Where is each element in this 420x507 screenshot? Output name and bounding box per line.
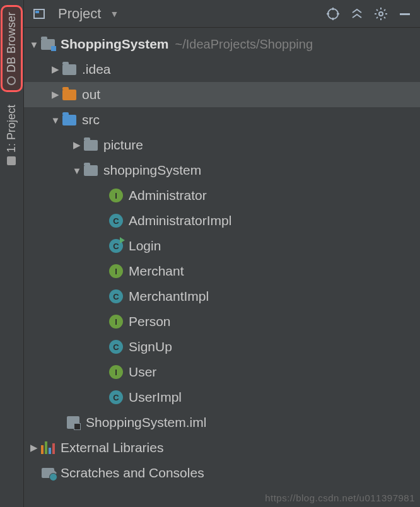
node-label: User (129, 364, 156, 380)
folder-icon (62, 87, 77, 102)
node-label: .idea (82, 62, 111, 77)
watermark-text: https://blog.csdn.net/u011397981 (265, 492, 415, 503)
scratches-icon (40, 465, 55, 481)
svg-line-12 (376, 9, 378, 11)
tree-node-folder[interactable]: picture (24, 132, 420, 158)
expand-arrow-icon[interactable] (28, 442, 40, 453)
tree-node-class[interactable]: C SignUp (24, 334, 420, 359)
expand-arrow-icon[interactable] (71, 165, 83, 176)
folder-icon (83, 137, 98, 153)
tree-node-folder[interactable]: src (24, 107, 420, 132)
svg-line-14 (376, 17, 378, 18)
tree-node-class[interactable]: I Person (24, 309, 420, 334)
node-label: picture (103, 137, 143, 153)
project-tree[interactable]: ShoppingSystem ~/IdeaProjects/Shopping .… (24, 28, 420, 507)
tree-node-external-libs[interactable]: External Libraries (24, 435, 420, 460)
node-label: AdministratorImpl (129, 213, 231, 228)
svg-line-15 (384, 9, 385, 11)
iml-file-icon (66, 415, 81, 430)
node-label: UserImpl (129, 390, 182, 405)
svg-line-13 (384, 17, 385, 18)
source-folder-icon (62, 112, 77, 127)
node-path: ~/IdeaProjects/Shopping (175, 37, 313, 52)
tree-node-class[interactable]: I Administrator (24, 183, 420, 208)
module-folder-icon (40, 37, 55, 52)
tree-node-folder[interactable]: out (24, 82, 420, 107)
tab-label: DB Browser (5, 12, 18, 73)
svg-rect-16 (400, 13, 410, 15)
left-toolwindow-bar: DB Browser 1: Project (0, 0, 24, 507)
project-icon (8, 156, 16, 165)
node-label: Scratches and Consoles (61, 465, 204, 481)
chevron-down-icon[interactable]: ▼ (110, 9, 119, 19)
tree-node-root[interactable]: ShoppingSystem ~/IdeaProjects/Shopping (24, 32, 420, 57)
view-title[interactable]: Project (58, 6, 101, 22)
collapse-all-icon[interactable] (348, 5, 366, 23)
project-toolwindow: Project ▼ ShoppingSystem ~/IdeaProjects/… (24, 0, 420, 507)
hide-icon[interactable] (396, 5, 414, 23)
project-view-icon[interactable] (30, 5, 48, 23)
folder-icon (62, 62, 77, 77)
node-label: out (82, 87, 100, 102)
node-label: Merchant (129, 264, 184, 279)
class-icon: C (108, 213, 124, 228)
locate-icon[interactable] (324, 5, 342, 23)
expand-arrow-icon[interactable] (49, 115, 62, 125)
tree-node-file[interactable]: ShoppingSystem.iml (24, 410, 420, 435)
package-icon (83, 163, 98, 178)
tree-node-scratches[interactable]: Scratches and Consoles (24, 460, 420, 486)
tree-node-class[interactable]: I User (24, 359, 420, 385)
expand-arrow-icon[interactable] (49, 64, 62, 75)
tree-node-class[interactable]: C Login (24, 233, 420, 259)
tree-node-class[interactable]: C UserImpl (24, 385, 420, 410)
node-label: src (82, 112, 100, 127)
interface-icon: I (108, 364, 124, 380)
interface-icon: I (108, 264, 124, 279)
expand-arrow-icon[interactable] (49, 89, 62, 100)
node-label: SignUp (129, 339, 172, 354)
expand-arrow-icon[interactable] (28, 39, 40, 50)
tree-node-folder[interactable]: .idea (24, 57, 420, 82)
tree-node-package[interactable]: shoppingSystem (24, 158, 420, 183)
class-icon: C (108, 390, 124, 405)
svg-rect-1 (35, 11, 39, 13)
interface-icon: I (108, 314, 124, 329)
node-label: ShoppingSystem (61, 37, 169, 52)
tree-node-class[interactable]: I Merchant (24, 259, 420, 284)
svg-point-2 (328, 9, 338, 19)
tree-node-class[interactable]: C AdministratorImpl (24, 208, 420, 233)
tree-node-class[interactable]: C MerchantImpl (24, 284, 420, 309)
class-icon: C (108, 339, 124, 354)
expand-arrow-icon[interactable] (71, 139, 83, 151)
database-icon (8, 76, 16, 85)
node-label: Login (129, 238, 161, 254)
tab-project[interactable]: 1: Project (3, 100, 21, 170)
class-icon: C (108, 289, 124, 304)
node-label: ShoppingSystem.iml (86, 415, 206, 430)
svg-point-7 (379, 12, 383, 16)
libraries-icon (40, 440, 55, 455)
interface-icon: I (108, 188, 124, 203)
node-label: Administrator (129, 188, 207, 203)
node-label: shoppingSystem (103, 163, 201, 178)
tab-label: 1: Project (5, 105, 18, 153)
project-toolbar: Project ▼ (24, 0, 420, 28)
class-run-icon: C (108, 238, 124, 254)
node-label: MerchantImpl (129, 289, 209, 304)
tab-db-browser[interactable]: DB Browser (1, 5, 23, 92)
gear-icon[interactable] (372, 5, 390, 23)
node-label: External Libraries (61, 440, 163, 455)
node-label: Person (129, 314, 171, 329)
